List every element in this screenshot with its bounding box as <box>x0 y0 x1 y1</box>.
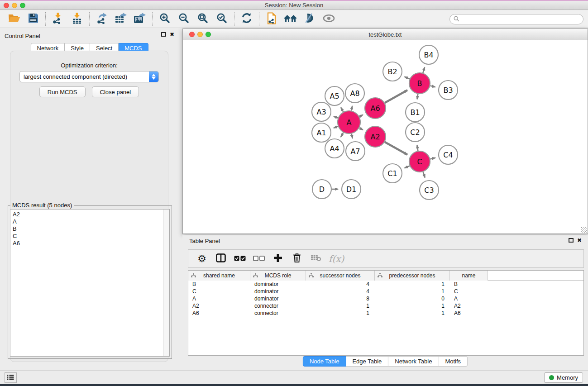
result-item-a6[interactable]: A6 <box>10 240 169 247</box>
tab-motifs[interactable]: Motifs <box>439 356 468 367</box>
close-window-button[interactable] <box>4 3 9 8</box>
network-minimize-button[interactable] <box>197 32 203 37</box>
zoom-fit-button[interactable] <box>193 11 212 27</box>
export-network-button[interactable] <box>92 11 111 27</box>
edge-A-A6[interactable] <box>359 115 363 117</box>
cell-successor-nodes[interactable]: 4 <box>306 288 375 295</box>
float-panel-icon[interactable] <box>161 32 166 37</box>
cell-successor-nodes[interactable]: 4 <box>306 281 375 288</box>
delete-table-button[interactable] <box>310 252 322 266</box>
edge-B-B4[interactable] <box>423 67 425 73</box>
tab-edge-table[interactable]: Edge Table <box>346 356 388 367</box>
resize-grip[interactable] <box>581 227 587 233</box>
table-row[interactable]: Bdominator41B <box>188 281 583 288</box>
result-item-c[interactable]: C <box>10 233 169 240</box>
run-mcds-button[interactable]: Run MCDS <box>39 86 86 97</box>
table-row[interactable]: A6connector11A6 <box>188 310 583 317</box>
delete-column-button[interactable] <box>291 252 303 266</box>
edge-C-C4[interactable] <box>430 158 435 159</box>
cell-name[interactable]: A <box>450 295 488 302</box>
cell-shared-name[interactable]: A2 <box>188 302 250 310</box>
search-field[interactable] <box>449 14 583 24</box>
zoom-out-button[interactable] <box>174 11 193 27</box>
cell-mcds-role[interactable]: dominator <box>250 281 306 288</box>
select-all-button[interactable] <box>234 252 246 266</box>
cell-name[interactable]: B <box>450 281 488 288</box>
cell-mcds-role[interactable]: connector <box>250 310 306 317</box>
edge-A-A8[interactable] <box>351 106 352 110</box>
cell-name[interactable]: A2 <box>450 302 488 310</box>
edge-A-A4[interactable] <box>341 133 343 137</box>
refresh-view-button[interactable] <box>237 11 256 27</box>
cell-predecessor-nodes[interactable]: 0 <box>375 295 450 302</box>
create-column-button[interactable] <box>272 252 284 266</box>
cell-mcds-role[interactable]: connector <box>250 302 306 310</box>
cell-shared-name[interactable]: B <box>188 281 250 288</box>
edge-A-A7[interactable] <box>352 133 353 138</box>
zoom-selected-button[interactable] <box>212 11 231 27</box>
table-row[interactable]: A2connector11A2 <box>188 302 583 310</box>
edge-A-A2[interactable] <box>359 128 363 130</box>
export-image-button[interactable] <box>130 11 149 27</box>
tab-node-table[interactable]: Node Table <box>303 356 346 367</box>
float-table-panel-icon[interactable] <box>569 238 574 243</box>
network-window-titlebar[interactable]: testGlobe.txt <box>183 29 588 40</box>
cell-predecessor-nodes[interactable]: 1 <box>375 288 450 295</box>
criterion-dropdown[interactable]: largest connected component (directed) <box>19 71 159 82</box>
hide-graphics-details-button[interactable] <box>300 11 319 27</box>
result-item-a[interactable]: A <box>10 218 169 225</box>
table-row[interactable]: Cdominator41C <box>188 288 583 295</box>
tab-network-table[interactable]: Network Table <box>388 356 439 367</box>
cell-mcds-role[interactable]: dominator <box>250 295 306 302</box>
edge-A2-C[interactable] <box>385 142 407 155</box>
edge-C-C1[interactable] <box>405 166 410 168</box>
zoom-in-button[interactable] <box>155 11 174 27</box>
cell-name[interactable]: A6 <box>450 310 488 317</box>
node-table[interactable]: shared nameMCDS rolesuccessor nodesprede… <box>188 270 584 356</box>
cell-mcds-role[interactable]: dominator <box>250 288 306 295</box>
cell-shared-name[interactable]: A <box>188 295 250 302</box>
network-zoom-button[interactable] <box>206 32 211 37</box>
result-item-b[interactable]: B <box>10 225 169 233</box>
cell-name[interactable]: C <box>450 288 488 295</box>
table-settings-button[interactable]: ⚙ <box>196 252 208 266</box>
export-table-button[interactable] <box>111 11 130 27</box>
minimize-window-button[interactable] <box>12 3 17 8</box>
table-row[interactable]: Adominator80A <box>188 295 583 302</box>
column-header-predecessor-nodes[interactable]: predecessor nodes <box>375 271 450 281</box>
edge-A6-B[interactable] <box>385 90 407 103</box>
zoom-window-button[interactable] <box>20 3 25 8</box>
cell-successor-nodes[interactable]: 1 <box>306 302 375 310</box>
cell-predecessor-nodes[interactable]: 1 <box>375 310 450 317</box>
edge-A-A1[interactable] <box>334 126 338 128</box>
show-column-button[interactable] <box>215 252 227 266</box>
result-item-a2[interactable]: A2 <box>10 211 169 218</box>
cell-predecessor-nodes[interactable]: 1 <box>375 302 450 310</box>
edge-A-A3[interactable] <box>334 116 338 118</box>
new-network-from-file-button[interactable] <box>262 11 281 27</box>
cell-successor-nodes[interactable]: 1 <box>306 310 375 317</box>
edge-B-B1[interactable] <box>417 94 418 100</box>
edge-B-B3[interactable] <box>430 86 435 87</box>
column-header-successor-nodes[interactable]: successor nodes <box>306 271 375 281</box>
network-graph[interactable]: AA6A2BCA1A3A4A5A7A8B1B2B3B4C1C2C3C4DD1 <box>183 41 588 234</box>
cell-successor-nodes[interactable]: 8 <box>306 295 375 302</box>
save-session-button[interactable] <box>24 11 43 27</box>
edge-C-C3[interactable] <box>423 172 425 178</box>
result-scrollbar[interactable] <box>163 210 169 356</box>
import-network-button[interactable] <box>48 11 67 27</box>
edge-A-A5[interactable] <box>341 107 343 112</box>
search-input[interactable] <box>462 15 583 24</box>
task-history-button[interactable] <box>5 372 17 383</box>
mcds-result-list[interactable]: A2ABCA6 <box>10 209 170 357</box>
function-builder-button[interactable]: f(x) <box>329 252 344 266</box>
close-panel-icon[interactable]: ✖ <box>170 32 174 37</box>
network-canvas[interactable]: AA6A2BCA1A3A4A5A7A8B1B2B3B4C1C2C3C4DD1 <box>183 41 588 234</box>
close-table-panel-icon[interactable]: ✖ <box>577 238 582 243</box>
app-titlebar[interactable]: Session: New Session <box>0 1 588 10</box>
edge-C-C2[interactable] <box>417 145 418 151</box>
close-panel-button[interactable]: Close panel <box>92 86 139 97</box>
network-close-button[interactable] <box>189 32 195 37</box>
cell-predecessor-nodes[interactable]: 1 <box>375 281 450 288</box>
column-header-shared-name[interactable]: shared name <box>188 271 250 281</box>
